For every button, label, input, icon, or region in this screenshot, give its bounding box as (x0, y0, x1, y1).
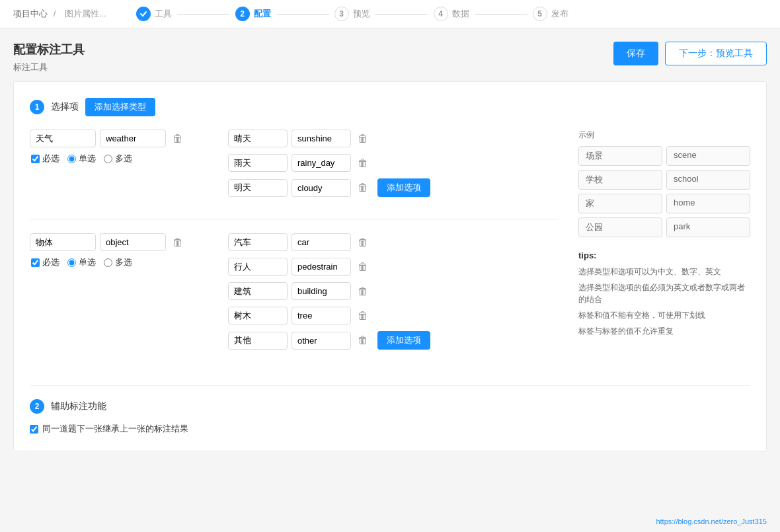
tips-section: tips: 选择类型和选项可以为中文、数字、英文 选择类型和选项的值必须为英文或… (578, 250, 750, 337)
save-button[interactable]: 保存 (613, 42, 658, 65)
step-1: 工具 (136, 7, 172, 21)
option-en-car[interactable] (292, 233, 351, 251)
delete-option-building[interactable]: 🗑 (355, 284, 371, 299)
option-cn-pedestrain[interactable] (228, 258, 288, 276)
single-radio-object[interactable]: 单选 (67, 256, 96, 268)
next-button[interactable]: 下一步：预览工具 (665, 42, 767, 65)
multiple-radio-input-object[interactable] (104, 258, 112, 267)
type-en-input-object[interactable] (100, 233, 166, 251)
option-en-pedestrain[interactable] (292, 258, 351, 276)
delete-option-car[interactable]: 🗑 (355, 235, 371, 250)
required-checkbox-object[interactable] (31, 258, 40, 267)
tips-list: 选择类型和选项可以为中文、数字、英文 选择类型和选项的值必须为英文或者数字或两者… (578, 266, 750, 337)
tip-4: 标签与标签的值不允许重复 (578, 325, 750, 337)
top-nav: 项目中心 / 图片属性... 工具 2 配置 3 预览 4 (0, 0, 780, 28)
delete-option-sunshine[interactable]: 🗑 (355, 132, 371, 146)
delete-option-tree[interactable]: 🗑 (355, 309, 371, 323)
example-tag-home-en: home (666, 194, 750, 213)
option-cn-tree[interactable] (228, 307, 288, 324)
delete-option-other[interactable]: 🗑 (355, 333, 371, 348)
option-en-cloudy[interactable] (292, 179, 351, 197)
option-en-sunshine[interactable] (292, 130, 351, 147)
example-tag-school-en: school (666, 170, 750, 190)
option-en-tree[interactable] (292, 307, 351, 324)
right-panel: 示例 场景 scene 学校 school 家 home 公园 park tip… (578, 130, 750, 372)
option-en-other[interactable] (292, 332, 351, 350)
single-radio-input-weather[interactable] (67, 155, 76, 163)
page-title-area: 配置标注工具 标注工具 (13, 42, 85, 73)
page-subtitle: 标注工具 (13, 61, 85, 73)
step-5: 5 发布 (533, 7, 568, 21)
type-group-weather: 🗑 必选 单选 (30, 130, 559, 204)
section2-number: 2 (30, 399, 44, 414)
multiple-radio-object[interactable]: 多选 (104, 256, 132, 268)
add-option-weather-button[interactable]: 添加选项 (377, 178, 430, 197)
option-cn-sunshine[interactable] (228, 130, 288, 147)
option-row-pedestrain: 🗑 (228, 258, 559, 276)
step-5-circle: 5 (533, 7, 547, 21)
multiple-radio-input-weather[interactable] (104, 155, 112, 163)
step-4: 4 数据 (434, 7, 469, 21)
options-list-weather: 🗑 🗑 🗑 添加选项 (228, 130, 559, 204)
option-row-tree: 🗑 (228, 307, 559, 324)
tips-title: tips: (578, 250, 750, 260)
breadcrumb-project[interactable]: 项目中心 (13, 9, 48, 19)
step-5-label: 发布 (551, 8, 568, 20)
type-group-object: 🗑 必选 单选 (30, 233, 559, 356)
step-1-circle (136, 7, 151, 21)
required-label-object[interactable]: 必选 (31, 256, 59, 268)
type-cn-input-object[interactable] (30, 233, 96, 251)
step-line-1 (177, 14, 230, 15)
multiple-radio-weather[interactable]: 多选 (104, 153, 132, 165)
delete-option-pedestrain[interactable]: 🗑 (355, 260, 371, 274)
content-layout: 🗑 必选 单选 (30, 130, 750, 372)
inherit-checkbox-label[interactable]: 同一道题下一张继承上一张的标注结果 (30, 423, 750, 435)
option-cn-building[interactable] (228, 282, 288, 300)
required-checkbox-weather[interactable] (31, 155, 40, 163)
breadcrumb-current: 图片属性... (65, 9, 106, 19)
example-section: 示例 场景 scene 学校 school 家 home 公园 park (578, 130, 750, 237)
example-tag-park-en: park (666, 217, 750, 237)
step-line-4 (475, 14, 527, 15)
delete-option-rainy[interactable]: 🗑 (355, 156, 371, 171)
type-info-object: 🗑 必选 单选 (30, 233, 215, 356)
step-3-label: 预览 (353, 8, 370, 20)
step-4-label: 数据 (452, 8, 469, 20)
option-en-building[interactable] (292, 282, 351, 300)
option-row-other: 🗑 添加选项 (228, 331, 559, 350)
option-row-rainy: 🗑 (228, 154, 559, 172)
option-row-cloudy: 🗑 添加选项 (228, 178, 559, 197)
example-grid: 场景 scene 学校 school 家 home 公园 park (578, 146, 750, 237)
options-list-object: 🗑 🗑 🗑 (228, 233, 559, 356)
section1-number: 1 (30, 100, 44, 114)
tip-1: 选择类型和选项可以为中文、数字、英文 (578, 266, 750, 278)
delete-type-weather[interactable]: 🗑 (170, 132, 186, 146)
inherit-checkbox[interactable] (30, 425, 38, 434)
step-2: 2 配置 (235, 7, 271, 21)
single-radio-weather[interactable]: 单选 (67, 153, 96, 165)
type-info-weather: 🗑 必选 单选 (30, 130, 215, 204)
step-4-circle: 4 (434, 7, 448, 21)
option-cn-other[interactable] (228, 332, 288, 350)
type-en-input-weather[interactable] (100, 130, 166, 147)
option-row-building: 🗑 (228, 282, 559, 300)
option-en-rainy[interactable] (292, 154, 351, 172)
example-tag-scene-cn: 场景 (578, 146, 662, 166)
steps: 工具 2 配置 3 预览 4 数据 5 发布 (136, 7, 767, 21)
option-cn-car[interactable] (228, 233, 288, 251)
main-content: 配置标注工具 标注工具 保存 下一步：预览工具 1 选择项 添加选择类型 (0, 28, 780, 465)
add-type-button[interactable]: 添加选择类型 (85, 98, 155, 116)
option-cn-rainy[interactable] (228, 154, 288, 172)
type-cn-input-weather[interactable] (30, 130, 96, 147)
option-cn-cloudy[interactable] (228, 179, 288, 197)
single-radio-input-object[interactable] (67, 258, 76, 267)
inherit-checkbox-text: 同一道题下一张继承上一张的标注结果 (42, 423, 188, 435)
required-label-weather[interactable]: 必选 (31, 153, 59, 165)
tip-3: 标签和值不能有空格，可使用下划线 (578, 309, 750, 321)
step-3: 3 预览 (334, 7, 370, 21)
main-card: 1 选择项 添加选择类型 🗑 (13, 81, 767, 451)
delete-option-cloudy[interactable]: 🗑 (355, 180, 371, 195)
add-option-object-button[interactable]: 添加选项 (377, 331, 430, 350)
left-panel: 🗑 必选 单选 (30, 130, 559, 372)
delete-type-object[interactable]: 🗑 (170, 235, 186, 250)
